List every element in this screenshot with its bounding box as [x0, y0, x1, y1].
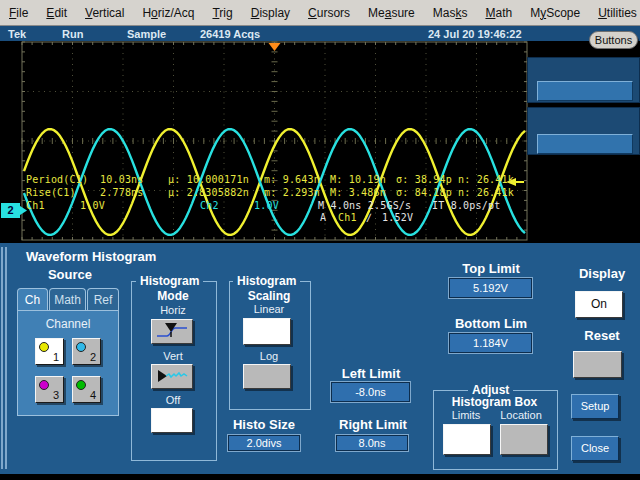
bottom-black-strip: [0, 474, 640, 480]
ch2-scale: 1.0V: [254, 200, 279, 211]
vert-mode-button[interactable]: [151, 364, 193, 389]
histogram-box-label: Histogram Box: [433, 395, 556, 409]
top-limit-field[interactable]: 5.192V: [449, 278, 532, 298]
horiz-mode-icon: [152, 320, 192, 343]
histogram-mode-group-caption: Histogram: [136, 274, 203, 288]
vert-mode-icon: [152, 365, 192, 388]
channel-color-dot: [39, 342, 49, 352]
timebase-readout: M 4.0ns 2.5GS/s: [318, 200, 411, 211]
off-option-label: Off: [131, 394, 215, 406]
setup-button[interactable]: Setup: [571, 394, 619, 419]
display-on-button[interactable]: On: [575, 291, 623, 318]
left-limit-field[interactable]: -8.0ns: [331, 382, 410, 402]
measurement-row: Rise(C1)2.778nsμ: 2.8305882nm: 2.293nM: …: [26, 187, 518, 198]
ch1-readout-label: Ch1: [26, 200, 45, 211]
ch2-position-marker[interactable]: 2: [1, 203, 20, 218]
panel-grip-line: [1, 247, 3, 469]
channel-color-dot: [76, 342, 86, 352]
oscilloscope-screen: FileEditVerticalHoriz/AcqTrigDisplayCurs…: [0, 0, 640, 480]
menu-item-utilities[interactable]: Utilities: [589, 6, 640, 20]
measurement-cell: n: 26.41k: [458, 174, 518, 185]
date-time: 24 Jul 20 19:46:22: [428, 28, 522, 40]
channel-number: 2: [90, 351, 96, 363]
channel-1-button[interactable]: 1: [35, 338, 64, 365]
acq-mode: Sample: [127, 28, 166, 40]
menu-item-cursors[interactable]: Cursors: [299, 6, 359, 20]
menu-item-file[interactable]: File: [0, 6, 37, 20]
horiz-option-label: Horiz: [131, 304, 215, 316]
measurement-cell: μ: 2.8305882n: [168, 187, 264, 198]
channel-3-button[interactable]: 3: [35, 376, 64, 403]
panel-title: Waveform Histogram: [26, 249, 156, 264]
log-scaling-button[interactable]: [243, 364, 291, 389]
ch2-readout-label: Ch2: [200, 200, 219, 211]
left-limit-label: Left Limit: [332, 366, 410, 381]
tab-math[interactable]: Math: [49, 288, 86, 310]
interp-readout: IT 8.0ps/pt: [432, 200, 500, 211]
tab-ref[interactable]: Ref: [87, 288, 119, 310]
right-readout-bar-1[interactable]: [537, 81, 633, 101]
off-mode-button[interactable]: [151, 408, 193, 433]
channel-number: 1: [53, 351, 59, 363]
bottom-limit-field[interactable]: 1.184V: [449, 333, 532, 353]
measurement-cell: n: 26.41k: [458, 187, 518, 198]
status-bar: Tek Run Sample 26419 Acqs 24 Jul 20 19:4…: [0, 26, 640, 42]
right-limit-field[interactable]: 8.0ns: [336, 435, 408, 451]
reset-label: Reset: [570, 328, 634, 343]
measurement-row: Period(C1)10.03nsμ: 10.000171nm: 9.643nM…: [26, 174, 518, 185]
acq-count: 26419 Acqs: [200, 28, 260, 40]
measurement-cell: M: 3.486n: [330, 187, 396, 198]
right-readout-panel-1: [527, 57, 640, 103]
menu-item-trig[interactable]: Trig: [203, 6, 241, 20]
trigger-slope-icon: ∕: [366, 212, 372, 223]
scaling-label: Scaling: [229, 289, 309, 303]
menu-item-display[interactable]: Display: [242, 6, 299, 20]
trigger-source: Ch1: [338, 212, 357, 223]
location-option-label: Location: [495, 409, 547, 421]
log-option-label: Log: [229, 350, 309, 362]
channel-4-button[interactable]: 4: [72, 376, 101, 403]
right-readout-panel-2: [527, 107, 640, 155]
menu-item-math[interactable]: Math: [476, 6, 521, 20]
limits-button[interactable]: [443, 424, 491, 455]
linear-scaling-button[interactable]: [243, 318, 291, 345]
measurement-cell: σ: 38.94p: [396, 174, 458, 185]
mode-label: Mode: [131, 289, 215, 303]
histo-size-label: Histo Size: [228, 417, 300, 432]
location-button[interactable]: [500, 424, 548, 455]
measurement-cell: μ: 10.000171n: [168, 174, 264, 185]
source-label: Source: [40, 267, 100, 282]
histo-size-field[interactable]: 2.0divs: [228, 435, 300, 451]
tek-logo: Tek: [8, 28, 26, 40]
menu-item-edit[interactable]: Edit: [37, 6, 76, 20]
waveform-histogram-panel: Waveform Histogram Source Ch Math Ref Ch…: [0, 243, 640, 474]
right-readout-bar-2[interactable]: [537, 134, 633, 154]
menu-item-myscope[interactable]: MyScope: [521, 6, 589, 20]
horiz-mode-button[interactable]: [151, 319, 193, 344]
menu-item-horizacq[interactable]: Horiz/Acq: [133, 6, 203, 20]
histogram-scaling-group-caption: Histogram: [233, 274, 300, 288]
menu-item-measure[interactable]: Measure: [359, 6, 424, 20]
source-tab-content: Channel 1234: [17, 310, 119, 416]
measurement-cell: 10.03ns: [100, 174, 168, 185]
tab-ch[interactable]: Ch: [17, 288, 48, 310]
panel-grip-line: [5, 247, 7, 469]
ch1-scale: 1.0V: [80, 200, 105, 211]
linear-option-label: Linear: [229, 303, 309, 315]
reset-button[interactable]: [573, 351, 622, 378]
channel-label: Channel: [18, 317, 118, 331]
trigger-position-marker: [269, 43, 281, 51]
menu-bar: FileEditVerticalHoriz/AcqTrigDisplayCurs…: [0, 0, 640, 26]
channel-color-dot: [76, 380, 86, 390]
measurement-cell: Rise(C1): [26, 187, 100, 198]
acq-state: Run: [62, 28, 83, 40]
measurement-cell: Period(C1): [26, 174, 100, 185]
menu-item-vertical[interactable]: Vertical: [76, 6, 133, 20]
right-limit-label: Right Limit: [335, 417, 411, 432]
vert-option-label: Vert: [131, 350, 215, 362]
channel-number: 3: [53, 389, 59, 401]
menu-item-masks[interactable]: Masks: [424, 6, 477, 20]
close-button[interactable]: Close: [571, 436, 619, 461]
channel-2-button[interactable]: 2: [72, 338, 101, 365]
buttons-button[interactable]: Buttons: [589, 31, 638, 49]
